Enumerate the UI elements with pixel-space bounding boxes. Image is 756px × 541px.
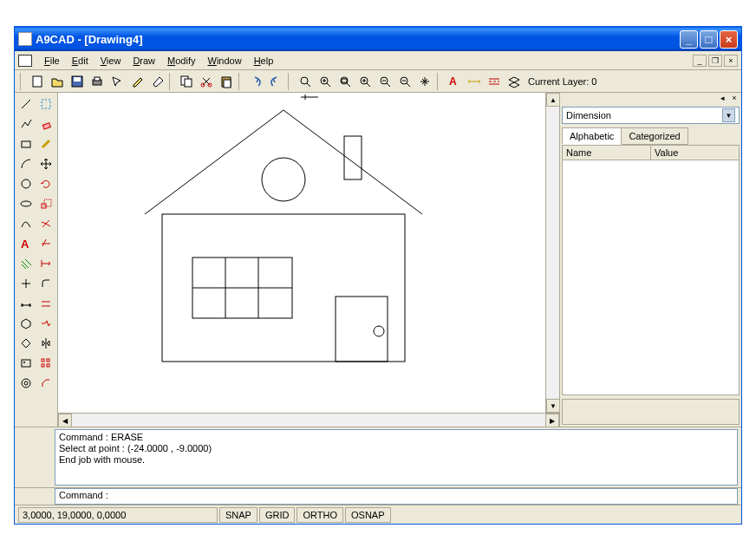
ortho-toggle[interactable]: ORTHO	[297, 507, 343, 523]
grid-toggle[interactable]: GRID	[259, 507, 296, 523]
rectangle-tool-icon[interactable]	[16, 134, 36, 153]
print-icon[interactable]	[88, 72, 107, 91]
mdi-close-button[interactable]: ×	[724, 55, 738, 67]
save-icon[interactable]	[68, 72, 87, 91]
close-button[interactable]: ×	[720, 30, 738, 49]
titlebar[interactable]: A9CAD - [Drawing4] _ □ ×	[15, 27, 741, 51]
erase-tool-icon[interactable]	[36, 114, 55, 134]
command-input[interactable]: Command :	[55, 488, 738, 505]
menu-window[interactable]: Window	[202, 54, 246, 68]
text-style-icon[interactable]: A	[445, 72, 464, 91]
zoom-window-icon[interactable]	[336, 72, 355, 91]
brush-tool-icon[interactable]	[36, 134, 55, 153]
open-icon[interactable]	[48, 72, 67, 91]
text-tool-icon[interactable]: A	[16, 234, 36, 253]
ellipse-tool-icon[interactable]	[16, 194, 36, 213]
zoom-extents-icon[interactable]	[296, 72, 315, 91]
arc-tool-icon[interactable]	[16, 154, 36, 173]
drawing-canvas[interactable]	[58, 93, 545, 413]
menu-draw[interactable]: Draw	[127, 54, 160, 68]
tab-alphabetic[interactable]: Alphabetic	[562, 127, 622, 145]
menu-edit[interactable]: Edit	[67, 54, 94, 68]
block-insert-icon[interactable]	[16, 314, 36, 333]
svg-rect-43	[336, 297, 388, 362]
eyedropper-icon[interactable]	[127, 72, 147, 91]
redo-icon[interactable]	[266, 72, 285, 91]
circle-tool-icon[interactable]	[16, 174, 36, 193]
zoom-in-icon[interactable]	[355, 72, 375, 91]
trim-tool-icon[interactable]	[36, 234, 55, 253]
linetype-icon[interactable]	[485, 72, 504, 91]
image-tool-icon[interactable]	[16, 354, 36, 373]
move-tool-icon[interactable]	[36, 154, 55, 173]
horizontal-scrollbar[interactable]: ◀ ▶	[58, 413, 559, 427]
point-tool-icon[interactable]	[16, 274, 36, 293]
cmd-line: Command : ERASE	[59, 432, 733, 443]
object-type-value: Dimension	[566, 110, 611, 121]
osnap-toggle[interactable]: OSNAP	[345, 507, 391, 523]
current-layer-label: Current Layer: 0	[528, 76, 596, 87]
chamfer-tool-icon[interactable]	[36, 374, 55, 393]
zoom-realtime-icon[interactable]	[375, 72, 394, 91]
pan-icon[interactable]	[415, 72, 434, 91]
scale-tool-icon[interactable]	[36, 194, 55, 213]
scroll-down-icon[interactable]: ▼	[546, 399, 560, 413]
dropper2-icon[interactable]	[147, 72, 166, 91]
select-window-icon[interactable]	[36, 95, 55, 114]
snap-toggle[interactable]: SNAP	[219, 507, 257, 523]
mdi-restore-button[interactable]: ❐	[708, 55, 722, 67]
vertical-scrollbar[interactable]: ▲ ▼	[545, 93, 559, 413]
window-title: A9CAD - [Drawing4]	[36, 33, 680, 46]
donut-tool-icon[interactable]	[16, 374, 36, 393]
minimize-button[interactable]: _	[680, 30, 698, 49]
menu-modify[interactable]: Modify	[162, 54, 200, 68]
dropdown-icon[interactable]: ▼	[722, 108, 735, 122]
mdi-minimize-button[interactable]: _	[693, 55, 707, 67]
paste-icon[interactable]	[217, 72, 236, 91]
extend-tool-icon[interactable]	[36, 254, 55, 273]
hatch-tool-icon[interactable]	[16, 254, 36, 273]
region-tool-icon[interactable]	[16, 334, 36, 353]
offset-tool-icon[interactable]	[36, 294, 55, 313]
zoom-all-icon[interactable]	[316, 72, 335, 91]
svg-rect-4	[94, 77, 100, 81]
menu-view[interactable]: View	[95, 54, 127, 68]
scroll-left-icon[interactable]: ◀	[58, 414, 72, 427]
menubar: File Edit View Draw Modify Window Help _…	[15, 51, 741, 70]
hscroll-track[interactable]	[72, 414, 545, 427]
tab-categorized[interactable]: Categorized	[621, 127, 688, 145]
break-tool-icon[interactable]	[36, 314, 55, 333]
panel-close-icon[interactable]: ×	[729, 93, 740, 103]
menu-file[interactable]: File	[39, 54, 65, 68]
polyline-tool-icon[interactable]	[16, 114, 36, 134]
command-history[interactable]: Command : ERASE Select at point : (-24.0…	[55, 429, 738, 486]
property-grid[interactable]: Name Value	[562, 145, 740, 395]
fillet-tool-icon[interactable]	[36, 274, 55, 293]
dimension-tool-icon[interactable]	[16, 294, 36, 313]
zoom-out-icon[interactable]	[395, 72, 414, 91]
copy-icon[interactable]	[177, 72, 196, 91]
object-type-select[interactable]: Dimension ▼	[562, 107, 740, 124]
layers-icon[interactable]	[505, 72, 524, 91]
scroll-up-icon[interactable]: ▲	[546, 93, 560, 107]
mirror-tool-icon[interactable]	[36, 334, 55, 353]
dim-style-icon[interactable]	[465, 72, 484, 91]
line-tool-icon[interactable]	[16, 95, 36, 114]
svg-point-22	[22, 179, 30, 188]
svg-point-27	[25, 283, 28, 285]
undo-icon[interactable]	[246, 72, 265, 91]
spline-tool-icon[interactable]	[16, 214, 36, 233]
rotate-tool-icon[interactable]	[36, 174, 55, 193]
scroll-right-icon[interactable]: ▶	[545, 414, 559, 427]
menu-help[interactable]: Help	[249, 54, 279, 68]
pick-icon[interactable]	[108, 72, 127, 91]
cut-icon[interactable]	[197, 72, 216, 91]
vscroll-track[interactable]	[546, 107, 559, 399]
explode-tool-icon[interactable]	[36, 214, 55, 233]
maximize-button[interactable]: □	[700, 30, 718, 49]
svg-point-11	[301, 77, 308, 84]
new-icon[interactable]	[28, 72, 47, 91]
panel-pin-icon[interactable]: ◂	[717, 93, 727, 103]
svg-rect-31	[47, 359, 49, 362]
array-tool-icon[interactable]	[36, 354, 55, 373]
